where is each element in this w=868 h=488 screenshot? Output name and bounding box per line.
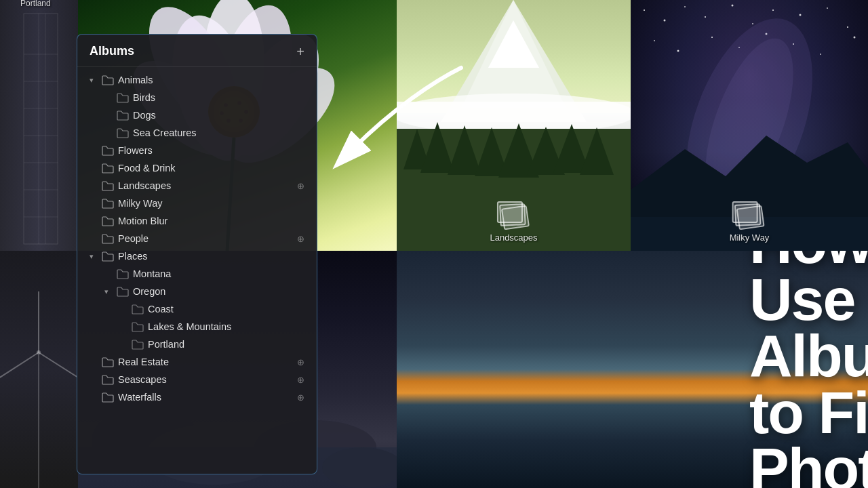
albums-sidebar: Albums + Animals Birds Dogs [77,34,317,474]
waterfalls-folder-icon [102,392,114,403]
milkyway-album-icon: Milky Way [730,201,770,243]
milkyway-photo: Milky Way [631,0,868,251]
landscapes-album-icon: Landscapes [490,201,537,243]
sidebar-item-birds[interactable]: Birds [77,89,317,106]
svg-point-49 [827,7,828,9]
dogs-folder-icon [117,110,129,121]
svg-point-31 [397,94,631,134]
sidebar-item-people[interactable]: People ⊕ [77,230,317,247]
sidebar-item-dogs[interactable]: Dogs [77,106,317,124]
sidebar-content: Animals Birds Dogs Sea Creatures [77,67,317,472]
portland-top-photo: Portland [0,0,78,251]
sidebar-item-lakes-mountains[interactable]: Lakes & Mountains [77,318,317,336]
svg-point-53 [711,37,713,38]
places-folder-icon [102,251,114,262]
sidebar-item-places[interactable]: Places [77,247,317,265]
svg-point-48 [800,14,802,16]
landscapes-label-sidebar: Landscapes [118,180,293,191]
flowers-label: Flowers [118,145,304,156]
coast-label: Coast [148,304,304,314]
svg-point-57 [820,54,821,55]
food-drink-label: Food & Drink [118,163,304,174]
real-estate-location-icon: ⊕ [297,357,304,367]
sidebar-item-sea-creatures[interactable]: Sea Creatures [77,124,317,142]
dogs-label: Dogs [133,110,304,121]
animals-chevron [90,76,98,85]
sidebar-item-animals[interactable]: Animals [77,71,317,89]
waterfalls-location-icon: ⊕ [297,392,304,403]
portland-bottom-photo [0,251,78,488]
milky-way-label: Milky Way [118,198,304,209]
svg-point-51 [654,40,655,41]
montana-folder-icon [117,269,129,279]
landscapes-label: Landscapes [490,232,537,243]
svg-point-41 [644,9,645,11]
sidebar-item-waterfalls[interactable]: Waterfalls ⊕ [77,388,317,406]
oregon-label: Oregon [133,286,304,297]
sidebar-item-portland-sub[interactable]: Portland [77,336,317,353]
svg-point-52 [677,50,679,52]
sidebar-item-food-drink[interactable]: Food & Drink [77,159,317,177]
sidebar-item-real-estate[interactable]: Real Estate ⊕ [77,353,317,371]
people-location-icon: ⊕ [297,234,304,244]
svg-point-43 [684,6,686,7]
motion-blur-folder-icon [102,216,114,226]
sidebar-item-milky-way[interactable]: Milky Way [77,195,317,212]
seascapes-folder-icon [102,375,114,385]
sidebar-item-oregon[interactable]: Oregon [77,283,317,300]
svg-line-67 [0,352,39,380]
milkyway-label: Milky Way [730,232,770,243]
svg-point-45 [732,5,734,7]
milky-way-folder-icon [102,199,114,209]
svg-point-50 [847,26,848,28]
portland-sub-folder-icon [132,340,144,350]
animals-folder-icon [102,75,114,85]
people-folder-icon [102,234,114,244]
people-label: People [118,233,293,244]
sea-creatures-label: Sea Creatures [133,127,304,138]
motion-blur-label: Motion Blur [118,216,304,226]
sidebar-title: Albums [90,44,134,58]
portland-sub-label: Portland [148,339,304,350]
real-estate-folder-icon [102,357,114,367]
animals-label: Animals [118,75,304,85]
svg-point-44 [705,16,706,18]
sidebar-item-montana[interactable]: Montana [77,265,317,283]
birds-label: Birds [133,92,304,103]
sidebar-item-flowers[interactable]: Flowers [77,142,317,159]
places-chevron [90,252,98,261]
sidebar-item-seascapes[interactable]: Seascapes ⊕ [77,371,317,388]
add-album-button[interactable]: + [296,45,304,58]
portland-building-svg [0,0,78,251]
coast-folder-icon [132,304,144,314]
sidebar-header: Albums + [77,35,317,67]
sidebar-item-coast[interactable]: Coast [77,300,317,318]
flowers-folder-icon [102,146,114,156]
lakes-mountains-folder-icon [132,322,144,332]
birds-folder-icon [117,93,129,103]
portland-bottom-svg [0,251,78,488]
food-drink-folder-icon [102,163,114,174]
svg-rect-0 [24,14,58,244]
waterfalls-label: Waterfalls [118,392,293,403]
sidebar-item-landscapes[interactable]: Landscapes ⊕ [77,177,317,195]
seascapes-location-icon: ⊕ [297,375,304,385]
oregon-folder-icon [117,287,129,297]
lake-photo: How to Use Albums to Find Photos [397,251,868,488]
lakes-mountains-label: Lakes & Mountains [148,321,304,332]
seascapes-label: Seascapes [118,374,293,385]
svg-point-47 [772,9,774,11]
landscapes-folder-icon [102,181,114,191]
places-label: Places [118,251,304,262]
landscapes-location-icon: ⊕ [297,181,304,191]
oregon-chevron [104,287,113,296]
svg-point-46 [752,23,753,24]
portland-label: Portland [20,0,51,8]
svg-point-58 [854,37,856,39]
svg-point-42 [664,20,666,22]
real-estate-label: Real Estate [118,357,293,367]
sea-creatures-folder-icon [117,128,129,138]
montana-label: Montana [133,268,304,279]
svg-line-66 [39,352,78,380]
sidebar-item-motion-blur[interactable]: Motion Blur [77,212,317,230]
